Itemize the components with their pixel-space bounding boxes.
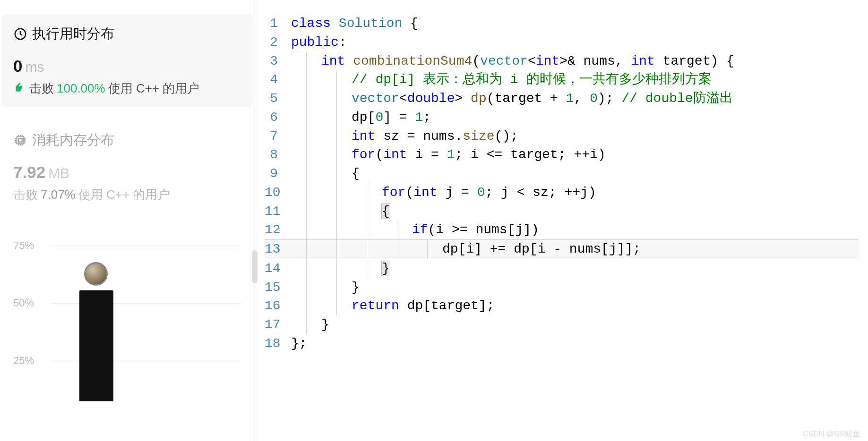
memory-beat-label: 击败	[13, 187, 38, 203]
memory-header[interactable]: 消耗内存分布	[13, 131, 241, 150]
code-token: {	[402, 16, 418, 31]
line-number: 9	[265, 164, 291, 183]
code-token: :	[339, 35, 347, 50]
code-line[interactable]: 9{	[265, 164, 859, 183]
code-token: target) {	[655, 54, 734, 68]
code-line[interactable]: 6dp[0] = 1;	[265, 108, 859, 127]
indent-guide	[367, 202, 367, 221]
chart-bar[interactable]	[79, 290, 113, 401]
runtime-title: 执行用时分布	[32, 25, 114, 43]
indent-guide	[306, 315, 307, 334]
code-content: dp[i] += dp[i - nums[j]];	[291, 240, 641, 259]
code-token: 0	[375, 110, 383, 125]
runtime-card[interactable]: 执行用时分布 0ms 击败 100.00% 使用 C++ 的用户	[2, 14, 253, 107]
code-content: }	[291, 278, 360, 297]
code-token: 0	[477, 185, 485, 200]
indent-guide	[306, 89, 307, 108]
indent-guide	[336, 127, 337, 146]
indent-guide	[336, 108, 337, 127]
code-line[interactable]: 7int sz = nums.size();	[265, 127, 859, 146]
code-line[interactable]: 1class Solution {	[265, 14, 859, 33]
code-line[interactable]: 11{	[265, 202, 859, 221]
indent-guide	[306, 220, 307, 239]
code-token: class	[291, 16, 331, 31]
code-token: // double防溢出	[621, 91, 732, 106]
code-token: ;	[423, 110, 431, 125]
avatar[interactable]	[84, 262, 108, 286]
code-token: public	[291, 35, 339, 50]
line-number: 7	[265, 127, 291, 146]
code-content: dp[0] = 1;	[291, 108, 431, 127]
code-token: vector	[480, 54, 528, 68]
code-token: >	[455, 91, 471, 106]
line-number: 15	[265, 278, 291, 297]
y-tick: 75%	[13, 239, 34, 252]
code-token: j =	[438, 185, 477, 200]
indent-guide	[306, 52, 307, 71]
runtime-chart: 75% 50% 25%	[13, 227, 241, 382]
code-line[interactable]: 4// dp[i] 表示：总和为 i 的时候，一共有多少种排列方案	[265, 70, 859, 89]
code-token: ; j < sz; ++j)	[485, 185, 596, 200]
code-token: 1	[447, 147, 455, 162]
code-token	[331, 16, 339, 31]
code-token: {	[382, 204, 390, 219]
code-line[interactable]: 10for(int j = 0; j < sz; ++j)	[265, 183, 859, 202]
code-content: int combinationSum4(vector<int>& nums, i…	[291, 52, 734, 71]
code-content: {	[291, 202, 390, 221]
indent-guide	[336, 202, 337, 221]
code-token: int	[321, 54, 345, 68]
line-number: 6	[265, 108, 291, 127]
code-token: size	[463, 129, 494, 144]
runtime-beat-pct: 100.00%	[57, 81, 105, 96]
indent-guide	[306, 278, 307, 297]
indent-guide	[306, 183, 307, 202]
code-token: 1	[566, 91, 574, 106]
line-number: 10	[265, 183, 291, 202]
code-token: 1	[415, 110, 423, 125]
code-line[interactable]: 12if(i >= nums[j])	[265, 220, 859, 239]
indent-guide	[306, 297, 307, 315]
code-line[interactable]: 18};	[265, 334, 859, 353]
indent-guide	[306, 164, 307, 183]
code-line[interactable]: 8for(int i = 1; i <= target; ++i)	[265, 145, 859, 164]
code-token: i =	[407, 147, 447, 162]
indent-guide	[336, 297, 337, 315]
code-line[interactable]: 5vector<double> dp(target + 1, 0); // do…	[265, 89, 859, 108]
code-token: }	[382, 261, 390, 276]
code-token: combinationSum4	[353, 54, 472, 68]
line-number: 8	[265, 145, 291, 164]
indent-guide	[306, 145, 307, 164]
indent-guide	[397, 240, 397, 259]
code-editor[interactable]: 1class Solution {2public:3int combinatio…	[255, 0, 868, 441]
code-content: for(int i = 1; i <= target; ++i)	[291, 145, 606, 164]
line-number: 18	[265, 334, 291, 353]
code-line[interactable]: 2public:	[265, 33, 859, 52]
runtime-header: 执行用时分布	[13, 25, 241, 43]
chip-icon	[13, 133, 27, 147]
code-line[interactable]: 16return dp[target];	[265, 297, 859, 315]
code-line[interactable]: 13dp[i] += dp[i - nums[j]];	[265, 239, 859, 259]
code-token: dp[i] += dp[i - nums[j]];	[442, 242, 641, 256]
runtime-beat-suffix: 使用 C++ 的用户	[108, 80, 200, 97]
code-content: int sz = nums.size();	[291, 127, 518, 146]
memory-beat-line: 击败 7.07% 使用 C++ 的用户	[13, 187, 241, 203]
memory-unit: MB	[48, 165, 69, 181]
code-content: vector<double> dp(target + 1, 0); // dou…	[291, 89, 733, 108]
indent-guide	[336, 259, 337, 278]
svg-rect-2	[18, 138, 22, 142]
code-content: for(int j = 0; j < sz; ++j)	[291, 183, 596, 202]
code-token: ();	[494, 129, 518, 144]
code-line[interactable]: 17}	[265, 315, 859, 334]
code-line[interactable]: 14}	[265, 259, 859, 278]
code-line[interactable]: 15}	[265, 278, 859, 297]
code-line[interactable]: 3int combinationSum4(vector<int>& nums, …	[265, 52, 859, 71]
code-content: // dp[i] 表示：总和为 i 的时候，一共有多少种排列方案	[291, 70, 712, 89]
code-token: dp[target];	[399, 298, 495, 313]
memory-value-row: 7.92MB	[13, 163, 241, 182]
indent-guide	[306, 70, 307, 89]
code-token: int	[631, 54, 654, 68]
code-token: <	[399, 91, 407, 106]
line-number: 13	[265, 240, 291, 259]
code-content: }	[291, 315, 329, 334]
line-number: 16	[265, 297, 291, 315]
